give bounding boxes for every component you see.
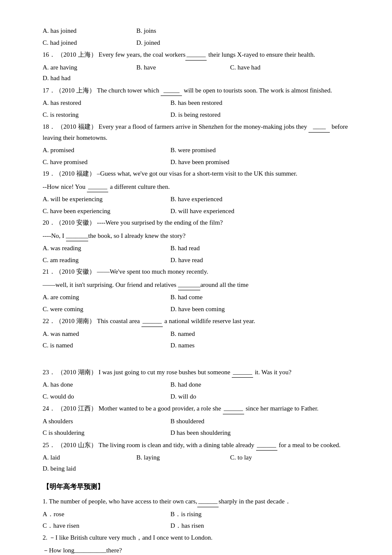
option-b-joins: B. joins xyxy=(136,26,222,37)
q24-number: 24． xyxy=(43,405,55,412)
q19b-text: --How nice! You xyxy=(43,183,87,190)
question-17: 17．（2010 上海） The church tower which ____… xyxy=(43,85,349,96)
q21-opt-b: B. had come xyxy=(170,292,256,303)
q18-options1: A. promised B. were promised xyxy=(43,145,349,156)
q22-opt-b: B. named xyxy=(170,329,256,340)
fq2b-blank: __________ xyxy=(75,545,107,555)
q22-text: This coastal area xyxy=(97,318,142,324)
q20-opt-a: A. was reading xyxy=(43,243,162,254)
option-a-has-joined: A. has joined xyxy=(43,26,128,37)
q20-opt-d: D. have read xyxy=(170,255,256,266)
q18-year: （2010 福建） xyxy=(57,123,97,130)
q21-opt-c: C. were coming xyxy=(43,304,162,315)
fq2-number: 2. xyxy=(43,534,47,541)
question-20b: ----No, I _______the book, so I already … xyxy=(43,230,349,242)
q19-options2: C. have been experiencing D. will have e… xyxy=(43,206,349,217)
q20-options1: A. was reading B. had read xyxy=(43,243,349,254)
q19b-text2: a different culture then. xyxy=(108,183,170,190)
q18-opt-c: C. have promised xyxy=(43,157,162,168)
q25-opt-d: D. being laid xyxy=(43,463,128,474)
question-25: 25． （2010 山东） The living room is clean a… xyxy=(43,439,349,451)
q22-options2: C. is named D. names xyxy=(43,340,349,351)
question-22: 22．（2010 湖南） This coastal area ______ a … xyxy=(43,315,349,327)
q21b-text2: around all the time xyxy=(200,281,248,288)
q24-options2: C is shouldering D has been shouldering xyxy=(43,428,349,439)
fq2-text: －I like British culture very much，and I … xyxy=(49,534,213,541)
q16-year: （2010 上海） xyxy=(57,51,97,58)
content-area: A. has joined B. joins C. had joined D. … xyxy=(43,26,349,555)
q20-opt-c: C. am reading xyxy=(43,255,162,266)
q17-options2: C. is restoring D. is being restored xyxy=(43,110,349,121)
fq1-opt-b: B．is rising xyxy=(170,509,256,520)
q23-number: 23． xyxy=(43,369,55,376)
fq1-number: 1. xyxy=(43,498,47,505)
q23-year: （2010 湖南） xyxy=(57,369,97,376)
fq1-opt-c: C．have risen xyxy=(43,520,162,532)
q17-options1: A. has restored B. has been restored xyxy=(43,98,349,109)
q20b-text2: the book, so I already knew the story? xyxy=(88,232,185,239)
q21-number: 21．（2010 安徽） xyxy=(43,268,95,275)
fq1-text: The number of people, who have access to… xyxy=(49,498,197,505)
fq1-text2: sharply in the past decade． xyxy=(219,498,291,505)
q25-blank: ______ xyxy=(256,439,277,451)
q17-opt-d: D. is being restored xyxy=(170,110,256,121)
q25-number: 25． xyxy=(43,442,55,448)
question-20a: 20．（2010 安徽） ----Were you surprised by t… xyxy=(43,217,349,228)
q21b-text: ——well, it isn't surprising. Our friend … xyxy=(43,281,178,288)
q24-opt-b: B shouldered xyxy=(170,416,256,427)
divider xyxy=(43,356,349,361)
q21-options2: C. were coming D. have been coming xyxy=(43,304,349,315)
q20b-text: ----No, I xyxy=(43,232,66,239)
q20-number: 20．（2010 安徽） xyxy=(43,219,95,226)
q23-opt-d: D. will do xyxy=(170,391,256,402)
fq1-options2: C．have risen D．has risen xyxy=(43,520,349,532)
q21-options1: A. are coming B. had come xyxy=(43,292,349,303)
options-row-top1: A. has joined B. joins xyxy=(43,26,349,37)
q24-year: （2010 江西） xyxy=(57,405,97,412)
q23-opt-b: B. had done xyxy=(170,379,256,390)
q24-options1: A shoulders B shouldered xyxy=(43,416,349,427)
question-23: 23． （2010 湖南） I was just going to cut my… xyxy=(43,367,349,378)
q24-blank: ______ xyxy=(223,403,244,414)
q20-text: ----Were you surprised by the ending of … xyxy=(97,219,223,226)
q16-opt-b: B. have xyxy=(136,62,222,73)
q20b-blank: _______ xyxy=(66,230,89,242)
q17-opt-c: C. is restoring xyxy=(43,110,162,121)
q22-opt-a: A. was named xyxy=(43,329,162,340)
question-18: 18． （2010 福建） Every year a flood of farm… xyxy=(43,121,349,143)
q21b-blank: _______ xyxy=(178,279,201,291)
q25-opt-c: C. to lay xyxy=(230,452,315,463)
q19-text: –Guess what, we've got our visas for a s… xyxy=(97,170,297,177)
q19b-blank: ______ xyxy=(87,181,108,193)
future-question-1: 1. The number of people, who have access… xyxy=(43,496,349,507)
q24-text2: since her marriage to Father. xyxy=(244,405,319,412)
q19-opt-a: A. will be experiencing xyxy=(43,194,162,205)
q24-opt-c: C is shouldering xyxy=(43,428,162,439)
q23-options1: A. has done B. had done xyxy=(43,379,349,390)
q19-options1: A. will be experiencing B. have experien… xyxy=(43,194,349,205)
options-row-top2: C. had joined D. joined xyxy=(43,38,349,49)
q25-text: The living room is clean and tidy, with … xyxy=(98,442,256,448)
section-title: 【明年高考早预测】 xyxy=(43,481,349,492)
question-24: 24． （2010 江西） Mother wanted to be a good… xyxy=(43,403,349,414)
fq1-blank: ______ xyxy=(197,496,219,507)
q17-opt-b: B. has been restored xyxy=(170,98,256,109)
q19-opt-b: B. have experienced xyxy=(170,194,256,205)
q25-text2: for a meal to be cooked. xyxy=(277,442,341,448)
question-16: 16． （2010 上海） Every few years, the coal … xyxy=(43,49,349,61)
q18-opt-b: B. were promised xyxy=(170,145,256,156)
question-19b: --How nice! You ______ a different cultu… xyxy=(43,181,349,193)
q16-number: 16． xyxy=(43,51,55,58)
q22-options1: A. was named B. named xyxy=(43,329,349,340)
fq2b-text: －How long xyxy=(43,547,75,554)
q16-text2: their lungs X-rayed to ensure their heal… xyxy=(207,51,315,58)
q20-options2: C. am reading D. have read xyxy=(43,255,349,266)
option-c-had-joined: C. had joined xyxy=(43,38,128,49)
future-question-2b: －How long__________there? xyxy=(43,545,349,555)
q18-opt-d: D. have been promised xyxy=(170,157,256,168)
q23-blank: ______ xyxy=(232,367,253,378)
q25-year: （2010 山东） xyxy=(57,442,97,448)
q22-opt-c: C. is named xyxy=(43,340,162,351)
q22-text2: a national wildlife reserve last year. xyxy=(163,318,255,324)
q16-opt-c: C. have had xyxy=(230,62,315,73)
